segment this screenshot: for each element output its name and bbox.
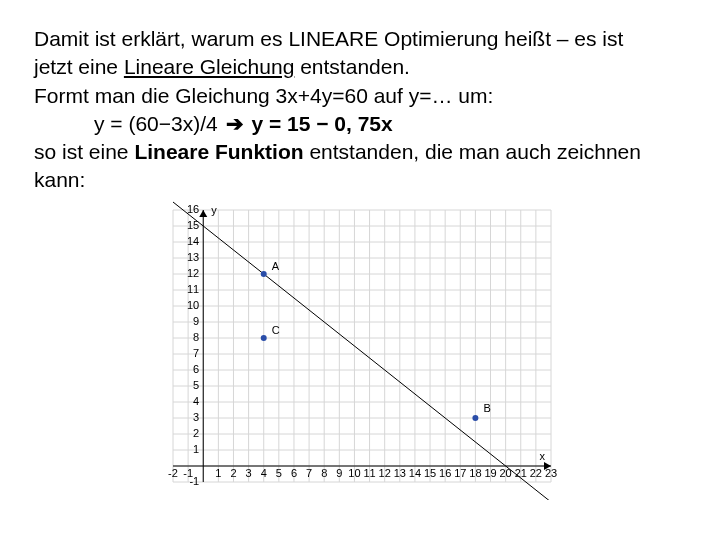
text-p1b: jetzt eine	[34, 55, 124, 78]
chart-container: -2-1123456789101112131415161718192021222…	[155, 200, 565, 500]
svg-text:14: 14	[187, 235, 199, 247]
svg-text:9: 9	[336, 467, 342, 479]
text-p1c: Lineare Gleichung	[124, 55, 294, 78]
svg-point-95	[261, 335, 267, 341]
svg-text:12: 12	[379, 467, 391, 479]
svg-text:2: 2	[193, 427, 199, 439]
svg-text:1: 1	[193, 443, 199, 455]
svg-text:B: B	[483, 402, 490, 414]
svg-text:x: x	[540, 450, 546, 462]
paragraph-line-3: Formt man die Gleichung 3x+4y=60 auf y=……	[34, 83, 686, 109]
svg-line-92	[173, 202, 551, 500]
svg-text:-1: -1	[189, 475, 199, 487]
svg-text:14: 14	[409, 467, 421, 479]
svg-text:16: 16	[439, 467, 451, 479]
text-p4c: entstanden, die man auch zeichnen	[304, 140, 641, 163]
svg-text:y: y	[211, 204, 217, 216]
text-p4b: Lineare Funktion	[134, 140, 303, 163]
paragraph-line-4: y = (60−3x)/4 ➔ y = 15 − 0, 75x	[34, 111, 686, 137]
svg-text:8: 8	[321, 467, 327, 479]
svg-text:3: 3	[246, 467, 252, 479]
svg-text:13: 13	[187, 251, 199, 263]
svg-marker-47	[199, 210, 207, 217]
svg-text:6: 6	[193, 363, 199, 375]
svg-text:17: 17	[454, 467, 466, 479]
text-p4d: kann:	[34, 168, 85, 191]
paragraph-line-6: kann:	[34, 167, 686, 193]
svg-text:C: C	[272, 324, 280, 336]
svg-text:4: 4	[193, 395, 199, 407]
svg-point-93	[261, 271, 267, 277]
text-p3b: y = 15 − 0, 75x	[246, 112, 393, 135]
svg-text:7: 7	[306, 467, 312, 479]
svg-text:10: 10	[187, 299, 199, 311]
svg-text:A: A	[272, 260, 280, 272]
paragraph-line-5: so ist eine Lineare Funktion entstanden,…	[34, 139, 686, 165]
svg-text:13: 13	[394, 467, 406, 479]
svg-text:6: 6	[291, 467, 297, 479]
svg-text:8: 8	[193, 331, 199, 343]
svg-text:11: 11	[187, 283, 199, 295]
text-p2: Formt man die Gleichung 3x+4y=60 auf y=……	[34, 84, 493, 107]
svg-text:-2: -2	[168, 467, 178, 479]
svg-text:10: 10	[348, 467, 360, 479]
svg-text:5: 5	[193, 379, 199, 391]
text-p1a: Damit ist erklärt, warum es LINEARE Opti…	[34, 27, 623, 50]
text-p3a: y = (60−3x)/4	[94, 112, 224, 135]
svg-text:9: 9	[193, 315, 199, 327]
svg-text:15: 15	[424, 467, 436, 479]
text-p4a: so ist eine	[34, 140, 134, 163]
arrow-right-icon: ➔	[224, 111, 246, 137]
svg-text:23: 23	[545, 467, 557, 479]
svg-text:18: 18	[469, 467, 481, 479]
svg-text:16: 16	[187, 203, 199, 215]
svg-text:19: 19	[484, 467, 496, 479]
svg-text:11: 11	[363, 467, 375, 479]
svg-text:3: 3	[193, 411, 199, 423]
svg-text:5: 5	[276, 467, 282, 479]
linear-function-chart: -2-1123456789101112131415161718192021222…	[155, 200, 565, 500]
svg-text:22: 22	[530, 467, 542, 479]
svg-text:7: 7	[193, 347, 199, 359]
paragraph-line-1: Damit ist erklärt, warum es LINEARE Opti…	[34, 26, 686, 52]
text-p1d: entstanden.	[294, 55, 410, 78]
svg-text:12: 12	[187, 267, 199, 279]
paragraph-line-2: jetzt eine Lineare Gleichung entstanden.	[34, 54, 686, 80]
svg-text:2: 2	[230, 467, 236, 479]
svg-text:21: 21	[515, 467, 527, 479]
svg-point-97	[472, 415, 478, 421]
svg-text:1: 1	[215, 467, 221, 479]
svg-text:4: 4	[261, 467, 267, 479]
